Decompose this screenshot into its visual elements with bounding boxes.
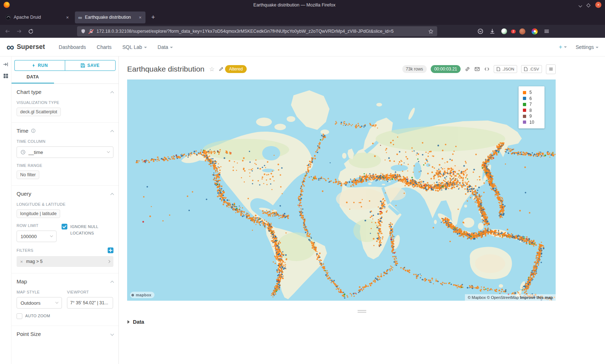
chart-options-menu-button[interactable] <box>546 64 556 74</box>
window-maximize-button[interactable] <box>587 2 590 8</box>
attribution-mapbox[interactable]: © Mapbox <box>468 295 486 300</box>
lonlat-value[interactable]: longitude | latitude <box>17 209 60 218</box>
row-limit-select[interactable]: 100000 <box>17 231 57 242</box>
attribution-osm[interactable]: © OpenStreetMap <box>487 295 519 300</box>
datasource-grid-icon[interactable] <box>3 73 9 79</box>
save-button[interactable]: SAVE <box>65 60 116 71</box>
section-time-header[interactable]: Time <box>17 128 113 134</box>
save-disk-icon <box>81 63 85 68</box>
share-link-icon[interactable] <box>465 66 470 72</box>
viewport-input[interactable]: 7° 35' 54.02" | 31... <box>67 297 113 309</box>
panel-tabs: DATA <box>12 71 118 84</box>
tab-label: Earthquake distribution <box>85 15 135 20</box>
nav-item-data[interactable]: Data <box>158 44 173 50</box>
email-icon[interactable] <box>474 66 480 72</box>
data-section-toggle[interactable]: Data <box>127 319 605 325</box>
reload-button[interactable] <box>26 27 35 36</box>
section-map: Map MAP STYLE Outdoors VIEWPORT 7° 35' 5… <box>12 273 118 326</box>
remove-filter-icon[interactable]: × <box>20 259 23 264</box>
forward-button[interactable] <box>14 27 24 36</box>
browser-tab-bar: Apache Druid × ∞ Earthquake distribution… <box>0 10 605 25</box>
legend-label: 10 <box>529 120 534 125</box>
extension-pinwheel-icon[interactable] <box>532 28 538 35</box>
window-title: Earthquake distribution — Mozilla Firefo… <box>10 3 579 8</box>
superset-logo[interactable]: ∞ <box>6 42 14 52</box>
downloads-icon[interactable] <box>489 28 495 34</box>
improve-map-link[interactable]: Improve this map <box>520 295 553 300</box>
add-new-button[interactable]: + <box>559 44 567 51</box>
edit-title-icon[interactable] <box>219 67 224 72</box>
nav-item-sql-lab[interactable]: SQL Lab <box>122 44 147 50</box>
favorite-star-icon[interactable]: ☆ <box>209 65 215 73</box>
legend-item[interactable]: 6 <box>523 96 544 102</box>
run-button[interactable]: RUN <box>14 60 65 71</box>
clock-icon <box>21 150 26 155</box>
export-json-button[interactable]: .JSON <box>494 65 517 73</box>
extension-icon[interactable] <box>501 28 507 34</box>
file-icon <box>524 67 528 71</box>
add-filter-button[interactable] <box>108 247 113 253</box>
filter-pill[interactable]: × mag > 5 <box>17 256 113 267</box>
auto-zoom-row[interactable]: AUTO ZOOM <box>17 313 113 319</box>
back-button[interactable] <box>3 27 12 36</box>
tab-apache-druid[interactable]: Apache Druid × <box>2 12 73 23</box>
profile-avatar-icon[interactable] <box>519 28 525 35</box>
pocket-icon[interactable] <box>478 28 483 34</box>
lonlat-label: LONGITUDE & LATITUDE <box>17 202 113 206</box>
query-timer-badge: 00:00:03.21 <box>431 65 461 73</box>
superset-favicon: ∞ <box>78 15 82 20</box>
time-range-value[interactable]: No filter <box>17 170 39 179</box>
section-chart-type-header[interactable]: Chart type <box>17 89 113 95</box>
export-csv-button[interactable]: .CSV <box>521 65 542 73</box>
tab-earthquake-distribution[interactable]: ∞ Earthquake distribution × <box>75 12 145 23</box>
explore-page: RUN SAVE DATA Chart type VISUALIZATION T… <box>0 56 605 364</box>
ignore-null-checkbox[interactable] <box>62 224 67 229</box>
legend-item[interactable]: 8 <box>523 108 544 114</box>
window-close-button[interactable]: × <box>595 2 601 8</box>
collapse-panel-icon[interactable] <box>3 62 9 67</box>
nav-item-charts[interactable]: Charts <box>97 44 112 50</box>
section-point-size-header[interactable]: Point Size <box>17 331 113 337</box>
legend-item[interactable]: 10 <box>523 119 544 126</box>
legend-swatch <box>523 120 526 124</box>
chevron-up-icon <box>111 130 114 134</box>
data-section-label: Data <box>133 319 144 325</box>
tab-close-icon[interactable]: × <box>65 15 70 20</box>
map-style-select[interactable]: Outdoors <box>17 297 62 309</box>
settings-menu[interactable]: Settings <box>575 44 599 50</box>
nav-item-dashboards[interactable]: Dashboards <box>59 44 86 50</box>
legend-item[interactable]: 7 <box>523 101 544 108</box>
chevron-down-icon <box>111 332 114 336</box>
section-point-size: Point Size <box>12 326 118 343</box>
bookmark-star-icon[interactable] <box>428 29 434 34</box>
tracking-protection-shield-icon[interactable] <box>81 29 86 34</box>
tab-data[interactable]: DATA <box>12 71 54 83</box>
time-column-select[interactable]: __time <box>17 146 113 158</box>
window-minimize-button[interactable] <box>579 2 582 8</box>
section-query-header[interactable]: Query <box>17 191 113 197</box>
tab-close-icon[interactable]: × <box>138 15 142 20</box>
viz-type-label: VISUALIZATION TYPE <box>17 100 113 105</box>
legend-swatch <box>523 91 526 94</box>
new-tab-button[interactable]: + <box>148 14 159 21</box>
embed-code-icon[interactable] <box>484 66 490 72</box>
altered-badge[interactable]: Altered <box>225 65 247 73</box>
section-map-header[interactable]: Map <box>17 278 113 285</box>
viz-type-value[interactable]: deck.gl Scatterplot <box>17 108 61 116</box>
legend-swatch <box>523 115 526 118</box>
legend-item[interactable]: 5 <box>523 90 544 96</box>
extension-badge: 2 <box>511 29 516 33</box>
superset-brand[interactable]: Superset <box>17 43 45 51</box>
deckgl-scatterplot-map[interactable]: 5678910 mapbox © Mapbox © OpenStreetMap … <box>127 79 556 301</box>
legend-label: 5 <box>529 90 532 95</box>
panel-resize-handle[interactable] <box>358 310 366 313</box>
menu-hamburger-icon[interactable] <box>544 28 550 34</box>
mapbox-logo[interactable]: mapbox <box>130 292 154 298</box>
legend-label: 6 <box>529 96 532 101</box>
legend-item[interactable]: 9 <box>523 113 544 119</box>
ignore-null-checkbox-row[interactable]: IGNORE NULL LOCATIONS <box>62 224 113 236</box>
map-style-label: MAP STYLE <box>17 290 62 294</box>
insecure-lock-icon[interactable] <box>89 29 94 34</box>
auto-zoom-checkbox[interactable] <box>17 313 22 319</box>
url-bar[interactable]: 172.18.0.3:32108/superset/explore/?form_… <box>77 26 437 36</box>
